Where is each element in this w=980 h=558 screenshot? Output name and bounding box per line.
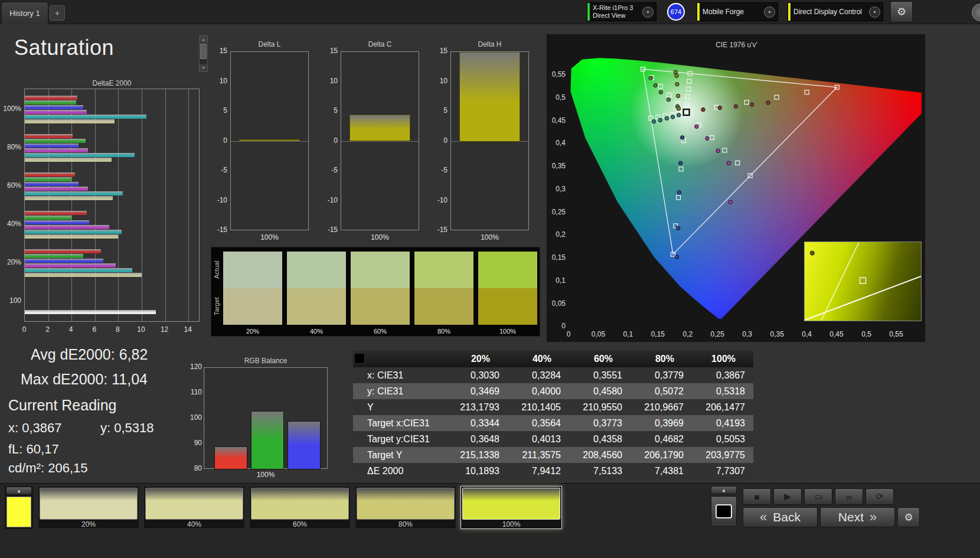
deltae-bar <box>25 220 89 224</box>
scroll-down-button[interactable]: ▼ <box>200 64 207 71</box>
chevron-down-icon[interactable]: ▼ <box>764 6 775 18</box>
cie-y-tick: 0,2 <box>548 230 566 239</box>
patch-cell-60%[interactable]: 60% <box>249 486 351 529</box>
cie-title: CIE 1976 u'v' <box>547 41 926 49</box>
actual-swatch <box>414 252 473 288</box>
y-tick-label: 5 <box>320 106 338 115</box>
chevron-down-icon[interactable]: ▼ <box>642 6 654 18</box>
deltae-bar <box>25 110 87 114</box>
deltae-bar <box>25 225 109 229</box>
tab-history-1[interactable]: History 1 <box>1 2 48 24</box>
current-cdm2: cd/m²: 206,15 <box>8 461 88 476</box>
table-cell: 210,1405 <box>508 402 569 413</box>
table-cell: 203,9775 <box>692 450 753 461</box>
actual-swatch <box>351 252 410 288</box>
meter-source[interactable]: Mobile Forge ▼ <box>697 2 778 21</box>
deltae-bar <box>25 273 142 277</box>
measured-marker-cyan <box>658 118 662 122</box>
deltae-bar <box>25 148 88 152</box>
pattern-display-button[interactable] <box>711 496 737 527</box>
meter-display[interactable]: Direct Display Control ▼ <box>788 2 883 21</box>
settings-gear-button[interactable]: ⚙ <box>890 1 913 22</box>
row-label: Target Y <box>353 450 446 461</box>
meter-device[interactable]: X-Rite i1Pro 3 Direct View ▼ <box>587 2 656 21</box>
table-cell: 0,5053 <box>692 434 753 445</box>
y-tick-label: 15 <box>430 47 447 55</box>
measured-marker-cyan <box>665 116 668 120</box>
meter-display-label: Direct Display Control <box>793 8 866 16</box>
back-button[interactable]: « Back <box>743 507 818 527</box>
patch-cell-20%[interactable]: 20% <box>38 486 139 529</box>
controls-up-button[interactable]: ▲ <box>711 486 737 494</box>
delta-h-chart: Delta H 151050-5-10-15100% <box>430 38 535 244</box>
inset-measured-marker <box>810 251 814 255</box>
swatch-column-label: 20% <box>223 328 282 335</box>
y-tick-label: -10 <box>210 196 227 204</box>
table-cell: 10,1893 <box>446 466 508 477</box>
cie-y-tick: 0,05 <box>548 299 566 308</box>
group-label: 60% <box>0 181 21 190</box>
stop-button[interactable]: ■ <box>743 488 771 505</box>
deltae-bar <box>25 100 76 105</box>
table-cell: 206,1790 <box>631 450 692 461</box>
x-axis-label: 100% <box>230 233 309 242</box>
group-label: 80% <box>0 143 21 151</box>
cie-y-tick: 0,3 <box>548 185 566 193</box>
measured-marker-red <box>734 105 737 108</box>
loop-button[interactable]: ∞ <box>835 488 863 505</box>
measured-marker-green <box>654 83 657 87</box>
patch-list-up-button[interactable]: ▲ <box>6 487 32 495</box>
table-cell: 0,5318 <box>692 386 753 397</box>
patch-cell-40%[interactable]: 40% <box>143 486 245 529</box>
bottom-gear-button[interactable]: ⚙ <box>897 507 920 527</box>
measured-marker-magenta <box>729 200 732 204</box>
delta_c-bar <box>349 115 410 141</box>
table-cell: 0,3779 <box>631 370 692 381</box>
row-label: x: CIE31 <box>353 370 446 381</box>
measured-marker-red <box>766 101 770 105</box>
table-corner-square <box>354 353 365 364</box>
current-patch-widget: ▲ <box>5 486 33 529</box>
group-label: 100% <box>0 105 21 113</box>
play-button[interactable]: ▶ <box>773 488 802 505</box>
swatch-column-label: 80% <box>414 328 473 335</box>
cie-y-tick: 0,55 <box>548 70 566 79</box>
scroll-thumb[interactable] <box>200 44 207 59</box>
deltae-bar <box>25 158 112 162</box>
deltae-bar <box>25 177 71 181</box>
deltae-bar <box>25 191 123 195</box>
column-header: 80% <box>631 354 692 364</box>
chevron-down-icon[interactable]: ▼ <box>869 6 880 18</box>
actual-swatch <box>287 252 346 288</box>
cie-x-tick: 0,2 <box>678 330 698 338</box>
avg-de2000: Avg dE2000: 6,82 <box>31 346 148 363</box>
next-button[interactable]: Next » <box>820 507 895 527</box>
history-scrollbar[interactable]: ▲ ▼ <box>199 35 208 72</box>
results-table: 20%40%60%80%100%x: CIE310,30300,32840,35… <box>353 351 753 479</box>
cie-y-tick: 0,15 <box>548 253 566 262</box>
x-axis-label: 100% <box>450 233 529 242</box>
cie-x-tick: 0,3 <box>737 330 757 338</box>
y-tick-label: 100 <box>184 413 202 422</box>
partial-circle-button[interactable] <box>972 4 980 21</box>
patch-cell-80%[interactable]: 80% <box>355 486 456 529</box>
patch-cell-100%[interactable]: 100% <box>460 486 562 529</box>
scroll-up-button[interactable]: ▲ <box>200 36 207 43</box>
table-row: x: CIE310,30300,32840,35510,37790,3867 <box>353 367 753 383</box>
delta-c-chart: Delta C 151050-5-10-15100% <box>320 38 425 244</box>
x-tick-label: 14 <box>182 325 194 334</box>
pattern-window-button[interactable]: ▭ <box>804 488 832 505</box>
measured-marker-blue <box>679 161 682 165</box>
row-label: ΔE 2000 <box>353 466 446 477</box>
measured-marker-green <box>649 76 652 80</box>
add-tab-button[interactable]: + <box>50 5 65 21</box>
rgb-balance-chart: RGB Balance 1201101009080100% <box>195 353 346 478</box>
measured-marker-blue <box>678 191 681 194</box>
refresh-button[interactable]: ⟳ <box>865 488 894 505</box>
row-label: Target x:CIE31 <box>353 418 446 429</box>
measured-marker-magenta <box>727 161 730 165</box>
deltae-bar <box>25 153 135 157</box>
deltae-bar <box>25 259 103 263</box>
page-title: Saturation <box>14 35 114 60</box>
target-swatch <box>223 288 282 325</box>
